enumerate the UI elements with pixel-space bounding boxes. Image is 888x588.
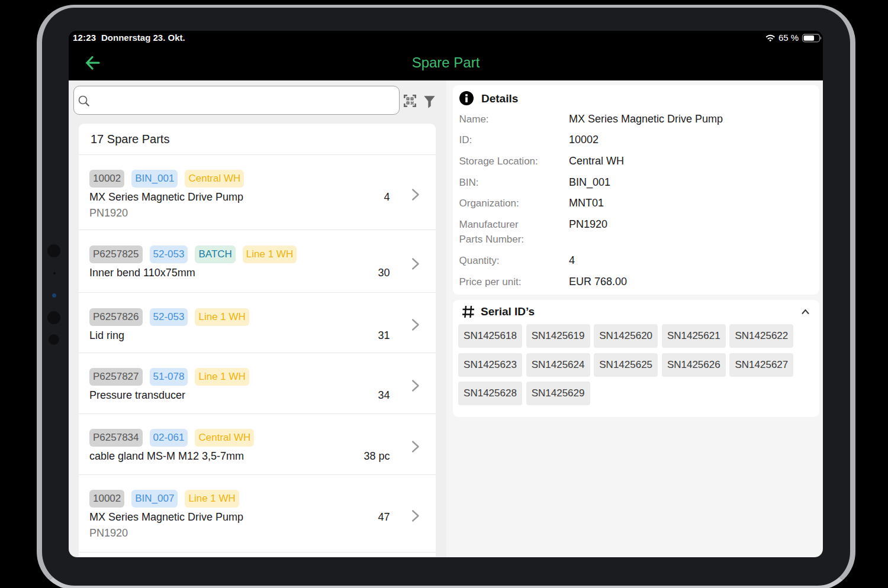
svg-text:65 %: 65 %	[778, 33, 799, 43]
